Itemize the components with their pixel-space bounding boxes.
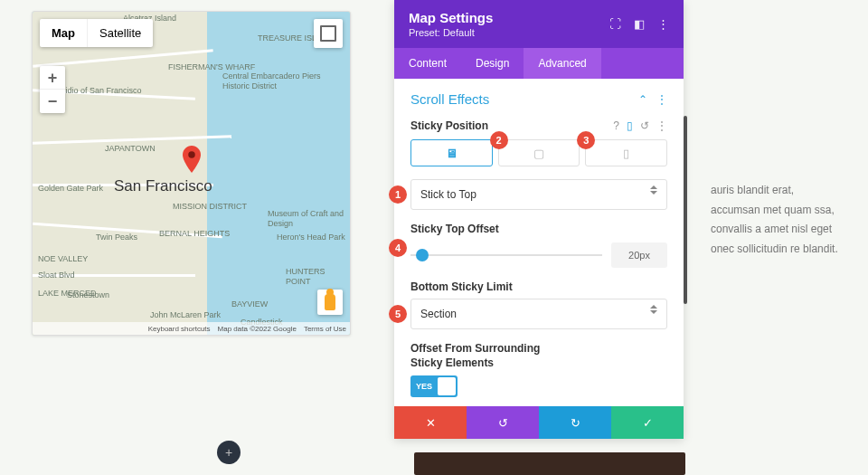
undo-button[interactable]: ↺ bbox=[467, 406, 539, 439]
sticky-offset-label: Sticky Top Offset bbox=[410, 223, 667, 235]
section-title[interactable]: Scroll Effects bbox=[410, 91, 489, 107]
footer-shortcuts[interactable]: Keyboard shortcuts bbox=[148, 325, 211, 333]
poi-noe: NOE VALLEY bbox=[38, 254, 88, 264]
surrounding-toggle[interactable]: YES bbox=[410, 375, 458, 397]
badge-2: 2 bbox=[490, 131, 508, 149]
toggle-knob bbox=[438, 377, 456, 395]
save-button[interactable]: ✓ bbox=[611, 406, 684, 439]
device-desktop[interactable]: 🖥 bbox=[410, 139, 493, 166]
preset-label[interactable]: Preset: Default bbox=[409, 27, 493, 38]
poi-mission: MISSION DISTRICT bbox=[173, 202, 247, 212]
columns-icon[interactable]: ◧ bbox=[634, 17, 645, 31]
poi-bayview: BAYVIEW bbox=[231, 299, 268, 309]
city-label: San Francisco bbox=[114, 177, 212, 195]
toggle-yes-label: YES bbox=[410, 382, 432, 391]
poi-sloat: Sloat Blvd bbox=[38, 271, 75, 280]
chevron-up-icon[interactable]: ⌃ bbox=[638, 93, 647, 106]
device-selector: 🖥 ▢ 2 ▯ 3 bbox=[410, 139, 667, 166]
map-widget: Alcatraz Island TREASURE ISLAND FISHERMA… bbox=[32, 11, 351, 336]
scrollbar[interactable] bbox=[684, 116, 687, 304]
poi-herons: Heron's Head Park bbox=[277, 233, 345, 242]
fullscreen-icon[interactable] bbox=[314, 19, 343, 48]
add-module-button[interactable]: + bbox=[217, 441, 241, 464]
panel-header: Map Settings Preset: Default ⛶ ◧ ⋮ bbox=[394, 0, 684, 48]
badge-5: 5 bbox=[389, 305, 407, 323]
surrounding-label: Offset From Surrounding Sticky Elements bbox=[410, 342, 564, 370]
zoom-controls: + − bbox=[40, 66, 65, 113]
undo-icon[interactable]: ↺ bbox=[640, 119, 649, 132]
offset-value[interactable]: 20px bbox=[611, 242, 667, 268]
offset-slider[interactable] bbox=[410, 254, 602, 256]
map-tab-satellite[interactable]: Satellite bbox=[88, 19, 153, 47]
tab-advanced[interactable]: Advanced bbox=[524, 48, 600, 79]
zoom-in-button[interactable]: + bbox=[40, 66, 65, 90]
map-canvas[interactable]: Alcatraz Island TREASURE ISLAND FISHERMA… bbox=[33, 12, 350, 335]
slider-thumb[interactable] bbox=[416, 249, 429, 261]
tab-content[interactable]: Content bbox=[394, 48, 461, 79]
poi-museum: Museum of Craft and Design bbox=[268, 209, 350, 229]
section-menu-icon[interactable]: ⋮ bbox=[656, 93, 667, 106]
sticky-position-label: Sticky Position bbox=[410, 119, 488, 132]
map-footer: Keyboard shortcuts Map data ©2022 Google… bbox=[33, 322, 350, 335]
poi-hunters: HUNTERS POINT bbox=[286, 267, 350, 287]
settings-panel: Map Settings Preset: Default ⛶ ◧ ⋮ Conte… bbox=[394, 0, 684, 439]
poi-mclaren: John McLaren Park bbox=[150, 310, 221, 320]
bottom-limit-label: Bottom Sticky Limit bbox=[410, 280, 667, 293]
poi-twin: Twin Peaks bbox=[96, 233, 137, 242]
tab-design[interactable]: Design bbox=[461, 48, 524, 79]
tabs: Content Design Advanced bbox=[394, 48, 684, 79]
poi-bernal: BERNAL HEIGHTS bbox=[159, 229, 230, 239]
map-tab-map[interactable]: Map bbox=[40, 19, 88, 47]
footer-buttons: ✕ ↺ ↻ ✓ bbox=[394, 406, 684, 439]
poi-stonestown: Stonestown bbox=[67, 290, 109, 300]
phone-icon[interactable]: ▯ bbox=[627, 119, 633, 132]
map-pin-icon bbox=[182, 146, 202, 173]
footer-mapdata: Map data ©2022 Google bbox=[218, 325, 297, 333]
redo-button[interactable]: ↻ bbox=[539, 406, 611, 439]
expand-icon[interactable]: ⛶ bbox=[609, 17, 621, 31]
field-menu-icon[interactable]: ⋮ bbox=[656, 119, 667, 132]
poi-embarcadero: Central Embarcadero Piers Historic Distr… bbox=[222, 71, 350, 91]
footer-terms[interactable]: Terms of Use bbox=[304, 325, 346, 333]
cancel-button[interactable]: ✕ bbox=[394, 406, 467, 439]
badge-4: 4 bbox=[389, 239, 407, 257]
stick-to-select[interactable]: Stick to Top bbox=[410, 179, 667, 210]
device-phone[interactable]: ▯ 3 bbox=[585, 139, 667, 166]
panel-body: Scroll Effects ⌃ ⋮ Sticky Position ? ▯ ↺… bbox=[394, 79, 684, 406]
help-icon[interactable]: ? bbox=[613, 119, 619, 132]
bottom-limit-select[interactable]: Section bbox=[410, 299, 667, 329]
image-preview bbox=[414, 452, 685, 475]
map-type-switcher: Map Satellite bbox=[40, 19, 153, 47]
pegman-icon[interactable] bbox=[317, 290, 343, 315]
zoom-out-button[interactable]: − bbox=[40, 90, 65, 113]
device-tablet[interactable]: ▢ 2 bbox=[498, 139, 580, 166]
panel-title: Map Settings bbox=[409, 10, 493, 25]
badge-1: 1 bbox=[389, 185, 407, 204]
menu-dots-icon[interactable]: ⋮ bbox=[657, 17, 669, 31]
poi-japantown: JAPANTOWN bbox=[105, 144, 156, 154]
badge-3: 3 bbox=[577, 131, 595, 149]
background-text: auris blandit erat, accumsan met quam ss… bbox=[711, 181, 846, 259]
poi-golden: Golden Gate Park bbox=[38, 184, 103, 194]
svg-point-0 bbox=[188, 151, 195, 158]
